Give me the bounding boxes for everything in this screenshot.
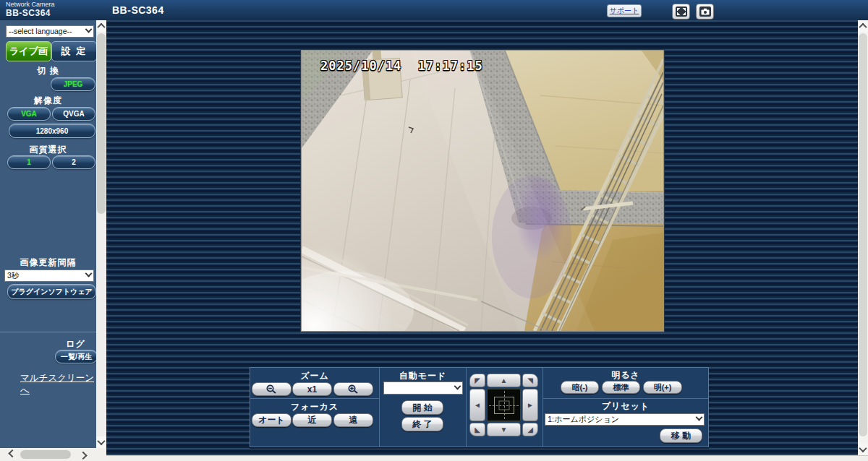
osd-timestamp: 2025/10/14 17:17:15: [320, 59, 483, 73]
vga-button[interactable]: VGA: [7, 107, 51, 121]
language-select[interactable]: --select language--: [6, 25, 94, 38]
scroll-up-button[interactable]: [858, 20, 868, 32]
language-select-wrap: --select language--: [6, 24, 94, 36]
brightness-label: 明るさ: [543, 369, 708, 382]
pan-down-left-button[interactable]: ◣: [469, 423, 485, 436]
pan-right-button[interactable]: ►: [522, 389, 538, 421]
right-arrow-icon: ►: [527, 402, 534, 409]
page-title: BB-SC364: [112, 4, 164, 16]
pan-tilt-section: ◤ ▲ ◥ ◄ ► ◣ ▼ ◢: [467, 368, 543, 447]
auto-mode-select[interactable]: [383, 382, 463, 395]
scroll-down-button[interactable]: [858, 444, 868, 455]
chevron-left-icon: [8, 449, 16, 457]
section-divider: [543, 398, 708, 399]
quality-label: 画質選択: [0, 144, 96, 156]
live-video: [302, 51, 663, 331]
qvga-button[interactable]: QVGA: [52, 107, 95, 121]
down-arrow-icon: ▼: [501, 426, 508, 434]
chevron-up-icon: [859, 23, 867, 31]
zoom-out-icon: [265, 384, 278, 394]
automode-stop-button[interactable]: 終 了: [401, 417, 443, 431]
scroll-left-button[interactable]: [6, 449, 19, 460]
pan-up-right-button[interactable]: ◥: [522, 374, 538, 387]
zoom-label: ズーム: [250, 370, 379, 382]
resolution-label: 解像度: [0, 95, 96, 107]
automode-start-button[interactable]: 開 始: [401, 400, 443, 415]
zoom-in-button[interactable]: [333, 382, 373, 396]
focus-auto-button[interactable]: オート: [252, 413, 292, 427]
preset-select-wrap: 1:ホームポジション: [545, 412, 705, 424]
refresh-select-wrap: 3秒: [4, 268, 94, 280]
refresh-interval-label: 画像更新間隔: [0, 257, 96, 269]
brightness-normal-button[interactable]: 標準: [602, 381, 640, 394]
pan-up-button[interactable]: ▲: [487, 374, 521, 387]
zoom-in-icon: [347, 384, 359, 394]
sidebar-horizontal-scrollbar[interactable]: [0, 448, 106, 461]
focus-far-button[interactable]: 遠: [333, 413, 373, 427]
scroll-down-button[interactable]: [96, 436, 106, 448]
brightness-bright-button[interactable]: 明(+): [643, 381, 682, 394]
pan-down-button[interactable]: ▼: [487, 423, 521, 436]
up-right-arrow-icon: ◥: [527, 377, 533, 384]
pan-left-button[interactable]: ◄: [469, 389, 485, 421]
chevron-up-icon: [97, 23, 105, 31]
scroll-up-button[interactable]: [96, 20, 106, 32]
zoom-focus-section: ズーム x1 フォーカス オート 近 遠: [250, 368, 380, 447]
snapshot-button[interactable]: [696, 4, 714, 20]
down-right-arrow-icon: ◢: [527, 426, 533, 434]
pan-up-left-button[interactable]: ◤: [469, 374, 485, 387]
fullscreen-button[interactable]: [672, 4, 690, 20]
sidebar-vertical-scrollbar[interactable]: [96, 20, 106, 448]
preset-select[interactable]: 1:ホームポジション: [545, 413, 705, 426]
scrollbar-thumb[interactable]: [97, 33, 106, 214]
fullscreen-icon: [676, 7, 687, 17]
focus-near-button[interactable]: 近: [292, 413, 332, 427]
quality-1-button[interactable]: 1: [7, 155, 51, 169]
plugin-software-button[interactable]: プラグインソフトウェア: [7, 284, 96, 299]
up-left-arrow-icon: ◤: [475, 377, 480, 384]
quality-2-button[interactable]: 2: [52, 155, 95, 169]
tab-live[interactable]: ライブ画: [6, 41, 51, 61]
page-vertical-scrollbar[interactable]: [858, 20, 868, 455]
sidebar-divider: [0, 332, 96, 332]
crosshair-square-inner: [498, 400, 509, 410]
bottom-strip: [106, 455, 868, 461]
zoom-x1-button[interactable]: x1: [292, 382, 332, 396]
sidebar: --select language-- ライブ画 設 定 切 換 JPEG 解像…: [0, 20, 96, 448]
brightness-dark-button[interactable]: 暗(-): [561, 381, 599, 394]
log-list-play-button[interactable]: 一覧/再生: [55, 350, 98, 363]
ptz-control-panel: ズーム x1 フォーカス オート 近 遠: [250, 367, 709, 447]
preset-go-button[interactable]: 移 動: [660, 428, 702, 443]
auto-mode-section: 自動モード 開 始 終 了: [380, 368, 467, 447]
switch-label: 切 換: [0, 65, 96, 77]
focus-label: フォーカス: [250, 401, 379, 413]
support-link[interactable]: サポート: [607, 4, 642, 17]
brightness-preset-section: 明るさ 暗(-) 標準 明(+) プリセット 1:ホームポジション 移 動: [543, 368, 708, 447]
preset-label: プリセット: [543, 400, 708, 413]
section-divider: [250, 398, 379, 399]
app-root: Network Camera BB-SC364 BB-SC364 サポート: [0, 0, 868, 461]
left-arrow-icon: ◄: [474, 402, 481, 409]
refresh-interval-select[interactable]: 3秒: [4, 270, 94, 282]
resolution-1280x960-button[interactable]: 1280x960: [9, 124, 95, 138]
zoom-out-button[interactable]: [252, 382, 292, 396]
pan-tilt-pad: ◤ ▲ ◥ ◄ ► ◣ ▼ ◢: [469, 374, 538, 436]
pan-tilt-center[interactable]: [487, 389, 521, 421]
tab-setup[interactable]: 設 定: [51, 41, 97, 61]
live-video-frame: 2025/10/14 17:17:15: [301, 50, 664, 332]
log-label: ログ: [55, 338, 96, 350]
top-banner: Network Camera BB-SC364 BB-SC364 サポート: [0, 0, 868, 20]
scrollbar-thumb[interactable]: [20, 450, 71, 459]
auto-mode-select-wrap: [383, 381, 463, 394]
scrollbar-thumb[interactable]: [859, 33, 867, 436]
chevron-down-icon: [859, 444, 867, 452]
camera-icon: [699, 7, 711, 17]
scroll-right-button[interactable]: [77, 449, 90, 460]
jpeg-button[interactable]: JPEG: [51, 77, 95, 91]
pan-down-right-button[interactable]: ◢: [522, 423, 538, 436]
multiscreen-link[interactable]: マルチスクリーンへ: [20, 372, 96, 397]
up-arrow-icon: ▲: [501, 377, 508, 384]
chevron-right-icon: [79, 452, 87, 460]
chevron-down-icon: [97, 437, 105, 445]
brand-line2: BB-SC364: [6, 9, 55, 18]
